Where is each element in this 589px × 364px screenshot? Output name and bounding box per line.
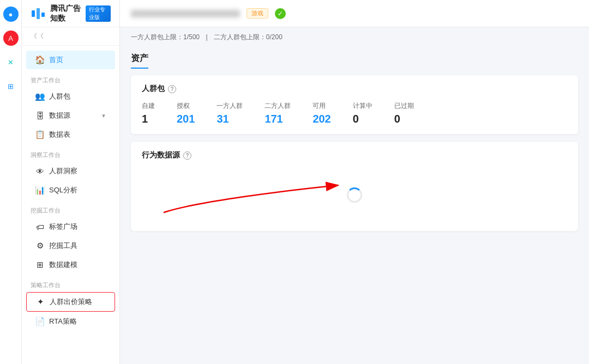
loading-spinner (347, 187, 362, 203)
section-label-strategy: 策略工作台 (22, 275, 119, 292)
nav-item-tag[interactable]: 🏷 标签广场 (26, 217, 115, 236)
sidebar-nav: 🏠 首页 资产工作台 👥 人群包 🗄 数据源 ▼ 📋 数据表 洞察工作台 👁 人… (22, 46, 119, 364)
nav-item-sql[interactable]: 📊 SQL分析 (26, 181, 115, 199)
home-label: 首页 (49, 55, 63, 65)
stat-value-expired: 0 (394, 113, 414, 125)
section-label-assets: 资产工作台 (22, 70, 119, 87)
account-info-row: 一方人群包上限：1/500 | 二方人群包上限：0/200 (131, 27, 578, 45)
nav-item-audience[interactable]: 👥 人群包 (26, 87, 115, 106)
rta-label: RTA策略 (49, 317, 77, 326)
audience-label: 人群包 (49, 92, 70, 101)
section-label-mining: 挖掘工作台 (22, 200, 119, 217)
tag-label: 标签广场 (49, 222, 77, 232)
content-area: 一方人群包上限：1/500 | 二方人群包上限：0/200 资产 人群包 ? 自… (120, 27, 589, 364)
nav-item-tool[interactable]: ⚙ 挖掘工具 (26, 236, 115, 255)
main-content: 游戏 ✓ 一方人群包上限：1/500 | 二方人群包上限：0/200 资产 人群… (120, 0, 589, 364)
stat-value-computing: 0 (353, 113, 372, 125)
datasource-icon: 🗄 (35, 111, 45, 120)
icon-bar: ● A ✕ ⊞ (0, 0, 22, 364)
top-bar: 游戏 ✓ (120, 0, 589, 27)
behavior-card-title: 行为数据源 ? (142, 150, 567, 160)
stat-label-computing: 计算中 (353, 101, 372, 111)
stat-label-avail: 可用 (312, 101, 330, 111)
datasource-label: 数据源 (49, 111, 70, 120)
stat-available: 可用 202 (312, 101, 330, 125)
stat-expired: 已过期 0 (394, 101, 414, 125)
svg-rect-2 (41, 13, 45, 17)
stat-self-built: 自建 1 (142, 101, 155, 125)
stat-computing: 计算中 0 (353, 101, 372, 125)
sidebar: 腾讯广告知数 行业专业版 《《 🏠 首页 资产工作台 👥 人群包 🗄 数据源 ▼… (22, 0, 120, 364)
svg-rect-0 (32, 10, 35, 17)
stat-label-first: 一方人群 (217, 101, 243, 111)
icon-bar-item-cross[interactable]: ✕ (3, 54, 19, 70)
model-label: 数据建模 (49, 260, 77, 270)
nav-item-bidstrategy[interactable]: ✦ 人群出价策略 (26, 292, 115, 312)
stat-label-expired: 已过期 (394, 101, 414, 111)
stat-value-first: 31 (217, 113, 243, 125)
sidebar-header: 腾讯广告知数 行业专业版 (22, 0, 119, 27)
stat-value-second: 171 (265, 113, 291, 125)
datatable-icon: 📋 (35, 130, 45, 139)
game-badge: 游戏 (247, 8, 268, 19)
stat-label-auth: 授权 (177, 101, 195, 111)
sql-label: SQL分析 (49, 185, 77, 195)
behavior-card: 行为数据源 ? (131, 142, 578, 231)
datasource-arrow: ▼ (101, 113, 106, 119)
audience-help-icon[interactable]: ? (168, 85, 176, 93)
rta-icon: 📄 (35, 317, 45, 326)
stat-authorized: 授权 201 (177, 101, 195, 125)
home-icon: 🏠 (35, 55, 45, 65)
audience-card-title: 人群包 ? (142, 84, 567, 94)
nav-item-model[interactable]: ⊞ 数据建模 (26, 256, 115, 274)
tool-icon: ⚙ (35, 241, 45, 251)
nav-item-home[interactable]: 🏠 首页 (26, 51, 115, 69)
tag-icon: 🏷 (35, 222, 45, 232)
stat-value-avail: 202 (312, 113, 330, 125)
datatable-label: 数据表 (49, 130, 70, 139)
insight-label: 人群洞察 (49, 166, 77, 176)
icon-bar-item-grid[interactable]: ⊞ (3, 78, 19, 94)
icon-bar-item-dot[interactable]: ● (3, 7, 19, 22)
nav-item-insight[interactable]: 👁 人群洞察 (26, 162, 115, 180)
stat-second-party: 二方人群 171 (265, 101, 291, 125)
tool-label: 挖掘工具 (49, 241, 77, 251)
behavior-help-icon[interactable]: ? (183, 151, 191, 160)
section-title-assets: 资产 (131, 45, 148, 69)
stat-label-second: 二方人群 (265, 101, 291, 111)
stat-label-self: 自建 (142, 101, 155, 111)
account-name-blurred (131, 10, 240, 17)
section-label-insight: 洞察工作台 (22, 144, 119, 161)
bidstrategy-icon: ✦ (35, 297, 45, 307)
audience-stats-row: 自建 1 授权 201 一方人群 31 二方人群 171 可用 202 (142, 101, 567, 125)
logo-icon (31, 6, 46, 21)
model-icon: ⊞ (35, 260, 45, 270)
info-separator: | (206, 33, 207, 41)
audience-icon: 👥 (35, 92, 45, 101)
stat-first-party: 一方人群 31 (217, 101, 243, 125)
sql-icon: 📊 (35, 185, 45, 195)
audience-card: 人群包 ? 自建 1 授权 201 一方人群 31 二方人群 171 (131, 75, 578, 134)
loading-area (142, 168, 567, 222)
icon-bar-item-a[interactable]: A (3, 31, 19, 46)
second-party-limit: 二方人群包上限：0/200 (214, 33, 283, 41)
sidebar-collapse[interactable]: 《《 (22, 27, 119, 46)
nav-item-rta[interactable]: 📄 RTA策略 (26, 312, 115, 331)
nav-item-datatable[interactable]: 📋 数据表 (26, 125, 115, 144)
insight-icon: 👁 (35, 167, 45, 176)
first-party-limit: 一方人群包上限：1/500 (131, 33, 200, 41)
stat-value-self: 1 (142, 113, 155, 125)
svg-rect-1 (37, 8, 40, 19)
check-icon: ✓ (275, 8, 286, 19)
logo-text: 腾讯广告知数 (50, 4, 81, 23)
bidstrategy-label: 人群出价策略 (50, 297, 92, 307)
stat-value-auth: 201 (177, 113, 195, 125)
pro-badge: 行业专业版 (86, 5, 111, 22)
nav-item-datasource[interactable]: 🗄 数据源 ▼ (26, 106, 115, 125)
